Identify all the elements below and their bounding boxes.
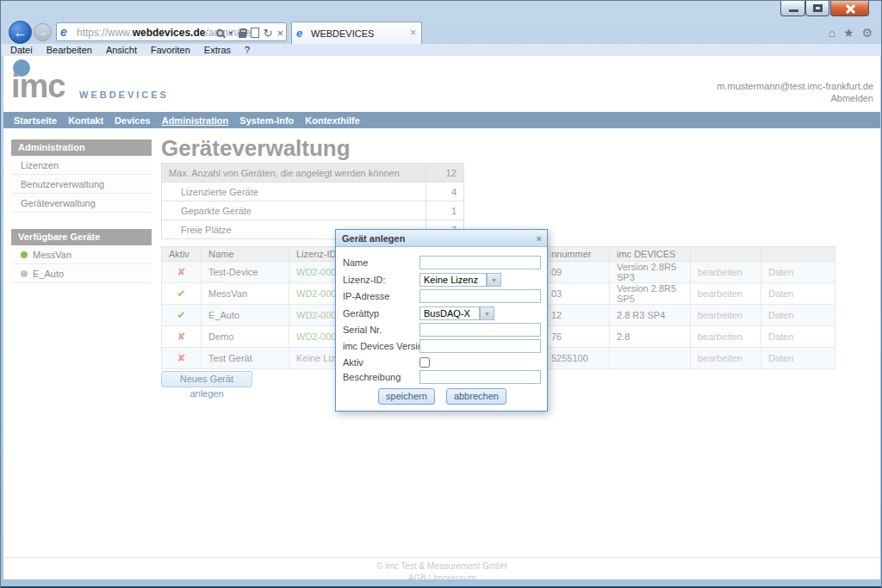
field-label: Lizenz-ID: <box>343 275 386 285</box>
menu-extras[interactable]: Extras <box>204 45 231 55</box>
nav-system-info[interactable]: System-Info <box>239 115 294 126</box>
sidebar-item-lizenzen[interactable]: Lizenzen <box>11 156 152 175</box>
field-label: Beschreibung <box>343 372 401 382</box>
browser-tab[interactable]: e WEBDEVICES × <box>291 22 422 44</box>
nav-administration[interactable]: Administration <box>162 115 229 126</box>
edit-link[interactable]: bearbeiten <box>691 305 761 326</box>
stats-value: 4 <box>426 183 464 201</box>
stats-label: Geparkte Geräte <box>162 201 426 220</box>
field-label: Serial Nr. <box>343 325 382 335</box>
footer-divider <box>3 557 880 558</box>
lock-icon <box>239 32 246 38</box>
nav-startseite[interactable]: Startseite <box>14 115 57 126</box>
stop-icon[interactable]: × <box>276 28 283 39</box>
cancel-button[interactable]: abbrechen <box>446 388 506 405</box>
brand-title: WEBDEVICES <box>79 90 169 100</box>
menu-bearbeiten[interactable]: Bearbeiten <box>47 45 92 55</box>
data-link[interactable]: Daten <box>761 262 835 283</box>
device-label: E_Auto <box>33 269 64 279</box>
address-bar-icons: ▼ ↻ × <box>216 26 283 40</box>
table-row: Max. Anzahl von Geräten, die angelegt we… <box>162 164 464 183</box>
footer-links[interactable]: AGB | Impressum <box>3 573 880 579</box>
logout-link[interactable]: Abmelden <box>830 93 873 103</box>
device-name-cell: Test Gerät <box>202 348 289 369</box>
address-bar[interactable]: e https://www.webdevices.de/admin/devi ▼… <box>56 22 287 41</box>
sidebar-item-geraeteverwaltung[interactable]: Geräteverwaltung <box>11 194 152 213</box>
device-name-cell: MessVan <box>202 283 289 305</box>
menu-hilfe[interactable]: ? <box>245 45 250 55</box>
imc-logo: imc <box>11 68 65 105</box>
nav-kontakt[interactable]: Kontakt <box>68 115 103 126</box>
field-ip-adresse: IP-Adresse <box>343 289 542 304</box>
dialog-close-icon[interactable]: × <box>537 230 542 247</box>
menu-datei[interactable]: Datei <box>10 45 33 55</box>
field-name: Name <box>343 256 542 270</box>
field-label: IP-Adresse <box>343 291 389 301</box>
field-label: Name <box>343 257 368 268</box>
forward-button[interactable]: → <box>34 23 52 41</box>
license-select[interactable]: Keine Lizenz▼ <box>419 273 487 287</box>
search-icon[interactable] <box>216 29 224 37</box>
create-device-dialog: Gerät anlegen × Name Lizenz-ID: Keine Li… <box>335 229 548 412</box>
version-cell: 2.8 <box>610 326 691 348</box>
settings-gear-icon[interactable]: ⚙ <box>861 26 873 40</box>
back-icon: ← <box>14 25 28 40</box>
data-link[interactable]: Daten <box>761 305 835 326</box>
field-serial-nr: Serial Nr. <box>343 323 542 337</box>
data-link[interactable]: Daten <box>761 348 835 369</box>
edit-link[interactable]: bearbeiten <box>691 326 761 348</box>
device-type-select[interactable]: BusDAQ-X▼ <box>419 306 480 320</box>
tab-close-icon[interactable]: × <box>410 27 416 39</box>
active-status-icon: ✔ <box>162 305 202 326</box>
edit-link[interactable]: bearbeiten <box>691 283 761 305</box>
forward-icon: → <box>38 26 48 38</box>
tab-title: WEBDEVICES <box>311 28 374 39</box>
sidebar-item-e-auto[interactable]: E_Auto <box>11 264 152 283</box>
stats-header-value: 12 <box>426 164 464 183</box>
data-link[interactable]: Daten <box>761 283 835 305</box>
device-name-cell: Test-Device <box>202 262 289 283</box>
refresh-icon[interactable]: ↻ <box>264 28 273 39</box>
version-input[interactable] <box>419 339 541 353</box>
favorites-star-icon[interactable]: ★ <box>843 26 854 40</box>
col-name: Name <box>202 247 289 262</box>
status-dot-gray <box>21 270 28 277</box>
stats-value: 1 <box>426 201 464 220</box>
ip-address-input[interactable] <box>419 289 541 303</box>
stats-header-label: Max. Anzahl von Geräten, die angelegt we… <box>162 164 426 183</box>
dialog-buttons: speichern abbrechen <box>336 388 549 405</box>
col-imc-devices: imc DEVICES <box>610 247 691 262</box>
home-icon[interactable]: ⌂ <box>828 26 835 40</box>
tab-favicon-icon: e <box>296 27 302 40</box>
chevron-down-icon[interactable]: ▼ <box>228 30 234 36</box>
footer-copyright: © imc Test & Measurement GmbH <box>3 561 880 571</box>
compatibility-view-icon[interactable] <box>251 28 259 38</box>
menu-ansicht[interactable]: Ansicht <box>106 45 137 55</box>
sidebar-item-messvan[interactable]: MessVan <box>11 245 152 264</box>
serial-input[interactable] <box>419 323 541 337</box>
data-link[interactable]: Daten <box>761 326 835 348</box>
webpage: imc WEBDEVICES m.mustermann@test.imc-fra… <box>3 56 880 579</box>
menu-favoriten[interactable]: Favoriten <box>151 45 190 55</box>
window-maximize-button[interactable] <box>805 1 829 16</box>
back-button[interactable]: ← <box>9 21 32 44</box>
active-status-icon: ✘ <box>162 348 202 369</box>
sidebar-item-benutzerverwaltung[interactable]: Benutzerverwaltung <box>11 175 152 194</box>
edit-link[interactable]: bearbeiten <box>691 348 761 369</box>
new-device-button[interactable]: Neues Gerät anlegen <box>161 371 252 387</box>
edit-link[interactable]: bearbeiten <box>691 262 761 283</box>
window-minimize-button[interactable] <box>780 1 805 16</box>
maximize-icon <box>813 4 823 12</box>
device-label: MessVan <box>33 250 71 260</box>
save-button[interactable]: speichern <box>378 388 435 405</box>
nav-devices[interactable]: Devices <box>115 115 151 126</box>
chevron-down-icon[interactable]: ▼ <box>487 273 501 287</box>
chevron-down-icon[interactable]: ▼ <box>480 306 494 320</box>
sidebar-section-verfuegbare-geraete: Verfügbare Geräte <box>11 229 152 245</box>
name-input[interactable] <box>419 256 541 269</box>
window-close-button[interactable] <box>830 1 869 16</box>
description-input[interactable] <box>419 370 541 384</box>
nav-kontexthilfe[interactable]: Kontexthilfe <box>305 115 360 126</box>
active-checkbox[interactable] <box>419 357 430 368</box>
col-aktiv: Aktiv <box>162 247 202 262</box>
